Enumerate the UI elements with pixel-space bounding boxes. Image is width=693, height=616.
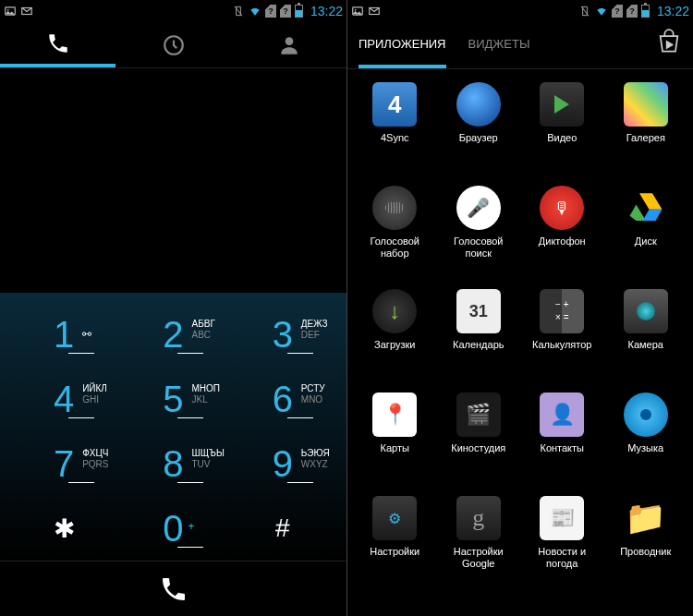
dialer-tabs [0,22,346,68]
app-voicedial[interactable]: Голосовой набор [355,186,435,282]
app-news[interactable]: Новости и погода [522,496,602,592]
app-4sync[interactable]: 4Sync [355,82,435,178]
wifi-icon [249,5,261,18]
maps-icon [372,393,417,437]
call-button[interactable] [0,561,346,616]
app-grid: 4SyncБраузерВидеоГалереяГолосовой наборГ… [347,69,693,616]
app-label: Карты [381,442,409,454]
4sync-icon [372,82,417,127]
app-drive[interactable]: Диск [606,186,687,282]
key-1[interactable]: 1 ⚯ [9,302,118,367]
voicemail-icon: ⚯ [82,328,91,341]
key-3[interactable]: 3 ДЕЖЗDEF [228,302,337,367]
app-calc[interactable]: Калькулятор [522,289,602,385]
dialpad: 1 ⚯ 2 АБВГABC 3 ДЕЖЗDEF 4 ИЙК [0,293,346,561]
gallery-icon [624,82,668,127]
app-video[interactable]: Видео [522,82,602,178]
app-maps[interactable]: Карты [355,393,435,489]
key-7[interactable]: 7 ФХЦЧPQRS [9,431,118,496]
key-5[interactable]: 5 МНОПJKL [118,367,227,431]
tab-recent[interactable] [116,22,231,67]
app-camera[interactable]: Камера [606,289,687,385]
tab-dialer[interactable] [0,22,116,67]
mail-icon [20,5,33,18]
downloads-icon [372,289,417,333]
settings-icon [372,496,417,540]
key-2[interactable]: 2 АБВГABC [118,302,227,367]
app-calendar[interactable]: Календарь [439,289,519,385]
app-settings[interactable]: Настройки [355,496,435,592]
app-contacts[interactable]: Контакты [522,393,602,489]
app-label: Галерея [626,132,665,144]
drawer-tabs: ПРИЛОЖЕНИЯ ВИДЖЕТЫ [347,22,693,68]
drive-icon [624,186,668,230]
app-movie[interactable]: Киностудия [439,393,519,489]
clock-time: 13:22 [310,4,343,18]
app-label: Камера [628,339,663,351]
sim1-icon: ? [265,5,276,18]
picture-icon [4,5,17,18]
files-icon [624,496,668,540]
app-label: Голосовой поиск [442,236,516,260]
app-label: Киностудия [451,442,505,454]
app-label: Голосовой набор [358,236,432,260]
sim2-icon: ? [280,5,291,18]
key-8[interactable]: 8 ШЩЪЫTUV [118,431,227,496]
calc-icon [540,289,584,333]
app-label: Настройки [370,546,419,558]
play-store-icon[interactable] [656,29,682,58]
sim2-icon: ? [626,5,638,18]
app-label: Календарь [453,339,505,351]
app-label: Диск [635,236,657,248]
app-drawer-screen: ? ? 13:22 ПРИЛОЖЕНИЯ ВИДЖЕТЫ 4SyncБраузе… [346,0,693,616]
status-bar: ? ? 13:22 [347,0,693,22]
app-label: Браузер [459,132,498,144]
app-label: 4Sync [381,132,409,144]
key-4[interactable]: 4 ИЙКЛGHI [9,367,118,431]
app-gallery[interactable]: Галерея [606,82,687,178]
app-label: Музыка [627,442,663,454]
mail-icon [368,5,381,18]
contacts-icon [540,393,584,437]
wifi-icon [595,5,608,18]
app-label: Настройки Google [442,546,516,570]
app-label: Видео [547,132,577,144]
tab-apps[interactable]: ПРИЛОЖЕНИЯ [359,22,446,68]
app-browser[interactable]: Браузер [439,82,519,178]
app-voicesearch[interactable]: Голосовой поиск [439,186,519,282]
recorder-icon [540,186,584,230]
key-pound[interactable]: # [228,496,337,561]
voicesearch-icon [456,186,501,230]
app-files[interactable]: Проводник [606,496,687,592]
status-bar: ? ? 13:22 [0,0,346,22]
app-recorder[interactable]: Диктофон [522,186,602,282]
video-icon [540,82,584,127]
key-9[interactable]: 9 ЬЭЮЯWXYZ [228,431,337,496]
key-6[interactable]: 6 РСТУMNO [228,367,337,431]
app-label: Диктофон [539,236,586,248]
clock-time: 13:22 [657,4,689,18]
dialer-screen: ? ? 13:22 1 ⚯ 2 [0,0,346,616]
vibrate-icon [578,5,591,18]
app-downloads[interactable]: Загрузки [355,289,435,385]
svg-point-1 [7,9,9,11]
app-music[interactable]: Музыка [606,393,687,489]
svg-point-4 [285,37,293,45]
calendar-icon [456,289,501,333]
music-icon [624,393,668,437]
gsettings-icon [456,496,501,540]
battery-icon [641,5,650,18]
app-label: Контакты [540,442,584,454]
tab-widgets[interactable]: ВИДЖЕТЫ [468,20,530,66]
voicedial-icon [372,186,417,230]
svg-point-6 [355,9,357,11]
tab-contacts[interactable] [231,22,346,67]
movie-icon [456,393,501,437]
app-label: Проводник [620,546,671,558]
battery-icon [295,5,303,18]
key-star[interactable]: ✱ [9,496,118,561]
news-icon [540,496,584,540]
key-0[interactable]: 0 + [118,496,227,561]
camera-icon [624,289,668,333]
app-gsettings[interactable]: Настройки Google [439,496,519,592]
